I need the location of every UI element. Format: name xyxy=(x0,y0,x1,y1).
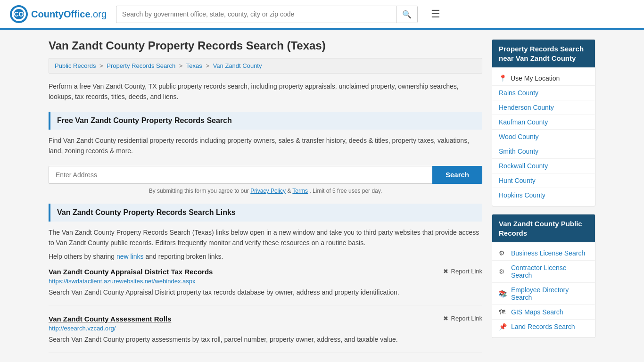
breadcrumb-public-records[interactable]: Public Records xyxy=(55,62,96,69)
list-item: Henderson County xyxy=(492,100,595,115)
location-pin-icon: 📍 xyxy=(499,74,507,82)
public-records-list: ⚙ Business License Search ⚙ Contractor L… xyxy=(492,242,595,337)
business-license-search-link[interactable]: ⚙ Business License Search xyxy=(492,246,595,260)
list-item: 📌 Land Records Search xyxy=(492,320,595,334)
address-search-row: Search xyxy=(49,166,482,184)
terms-link[interactable]: Terms xyxy=(292,188,308,194)
link-item-title[interactable]: Van Zandt County Assessment Rolls xyxy=(49,315,171,323)
employee-directory-search-link[interactable]: 📚 Employee Directory Search xyxy=(492,283,595,304)
new-links-link[interactable]: new links xyxy=(116,253,144,260)
breadcrumb: Public Records > Property Records Search… xyxy=(49,58,482,74)
list-item: ⚙ Contractor License Search xyxy=(492,261,595,283)
list-item: Hunt County xyxy=(492,173,595,188)
form-disclaimer: By submitting this form you agree to our… xyxy=(49,188,482,194)
free-search-heading: Free Van Zandt County Property Records S… xyxy=(49,112,482,130)
map-icon: 🗺 xyxy=(499,308,507,316)
privacy-policy-link[interactable]: Privacy Policy xyxy=(250,188,286,194)
nearby-section-title: Property Records Search near Van Zandt C… xyxy=(492,40,595,67)
address-search-input[interactable] xyxy=(49,166,432,184)
list-item: ⚙ Business License Search xyxy=(492,246,595,261)
free-search-description: Find Van Zandt County residential proper… xyxy=(49,135,482,156)
wood-county-link[interactable]: Wood County xyxy=(492,130,595,144)
book-icon: 📚 xyxy=(499,290,507,297)
gear-icon: ⚙ xyxy=(499,249,507,257)
link-description: Search Van Zandt County Appraisal Distri… xyxy=(49,288,482,297)
land-records-search-link[interactable]: 📌 Land Records Search xyxy=(492,320,595,334)
gis-maps-search-link[interactable]: 🗺 GIS Maps Search xyxy=(492,305,595,319)
header-search-input[interactable] xyxy=(116,7,396,22)
breadcrumb-property-records-search[interactable]: Property Records Search xyxy=(107,62,175,69)
main-content: Van Zandt County Property Records Search… xyxy=(49,39,482,362)
link-item-title[interactable]: Van Zandt County Appraisal District Tax … xyxy=(49,268,213,276)
breadcrumb-texas[interactable]: Texas xyxy=(186,62,202,69)
page-title: Van Zandt County Property Records Search… xyxy=(49,39,482,52)
logo-area: CO CountyOffice.org xyxy=(9,5,107,24)
link-item: Van Zandt County Assessment Rolls ✖ Repo… xyxy=(49,315,482,353)
kaufman-county-link[interactable]: Kaufman County xyxy=(492,115,595,129)
list-item: Rockwall County xyxy=(492,159,595,173)
links-section-description: The Van Zandt County Property Records Se… xyxy=(49,227,482,248)
links-section: Van Zandt County Property Records Search… xyxy=(49,204,482,353)
gear-icon: ⚙ xyxy=(499,268,507,275)
rains-county-link[interactable]: Rains County xyxy=(492,86,595,100)
list-item: Rains County xyxy=(492,86,595,100)
list-item: 📚 Employee Directory Search xyxy=(492,283,595,305)
link-item: Van Zandt County Appraisal District Tax … xyxy=(49,268,482,305)
contractor-license-search-link[interactable]: ⚙ Contractor License Search xyxy=(492,261,595,282)
site-header: CO CountyOffice.org 🔍 ☰ xyxy=(0,0,644,30)
svg-text:CO: CO xyxy=(14,10,24,18)
logo-icon: CO xyxy=(9,5,28,24)
link-description: Search Van Zandt County property assessm… xyxy=(49,335,482,345)
list-item: Kaufman County xyxy=(492,115,595,130)
report-link-button[interactable]: ✖ Report Link xyxy=(443,268,482,275)
page-container: Van Zandt County Property Records Search… xyxy=(39,30,605,362)
breadcrumb-van-zandt-county[interactable]: Van Zandt County xyxy=(213,62,262,69)
hunt-county-link[interactable]: Hunt County xyxy=(492,173,595,188)
use-my-location-link[interactable]: 📍 Use My Location xyxy=(492,71,595,85)
header-search-bar: 🔍 xyxy=(116,6,418,23)
hopkins-county-link[interactable]: Hopkins County xyxy=(492,188,595,202)
list-item: Wood County xyxy=(492,130,595,144)
pin-icon: 📌 xyxy=(499,323,507,330)
list-item: Hopkins County xyxy=(492,188,595,202)
list-item: 🗺 GIS Maps Search xyxy=(492,305,595,320)
smith-county-link[interactable]: Smith County xyxy=(492,144,595,158)
link-url[interactable]: http://esearch.vzcad.org/ xyxy=(49,325,482,332)
nearby-counties-section: Property Records Search near Van Zandt C… xyxy=(492,39,595,206)
list-item: Smith County xyxy=(492,144,595,159)
hamburger-menu-button[interactable]: ☰ xyxy=(427,6,444,22)
page-description: Perform a free Van Zandt County, TX publ… xyxy=(49,81,482,102)
header-search-button[interactable]: 🔍 xyxy=(396,6,417,23)
link-item-header: Van Zandt County Appraisal District Tax … xyxy=(49,268,482,276)
share-text: Help others by sharing new links and rep… xyxy=(49,253,482,260)
address-search-button[interactable]: Search xyxy=(432,166,482,184)
rockwall-county-link[interactable]: Rockwall County xyxy=(492,159,595,173)
nearby-counties-list: 📍 Use My Location Rains County Henderson… xyxy=(492,67,595,206)
public-records-section: Van Zandt County Public Records ⚙ Busine… xyxy=(492,214,595,338)
use-location-item: 📍 Use My Location xyxy=(492,71,595,86)
henderson-county-link[interactable]: Henderson County xyxy=(492,100,595,115)
free-search-section: Free Van Zandt County Property Records S… xyxy=(49,112,482,194)
link-url[interactable]: https://iswdataclient.azurewebsites.net/… xyxy=(49,278,482,285)
logo-text: CountyOffice.org xyxy=(31,9,107,20)
links-section-heading: Van Zandt County Property Records Search… xyxy=(49,204,482,222)
report-link-button[interactable]: ✖ Report Link xyxy=(443,315,482,322)
link-item-header: Van Zandt County Assessment Rolls ✖ Repo… xyxy=(49,315,482,323)
sidebar: Property Records Search near Van Zandt C… xyxy=(492,39,595,362)
public-records-title: Van Zandt County Public Records xyxy=(492,214,595,242)
